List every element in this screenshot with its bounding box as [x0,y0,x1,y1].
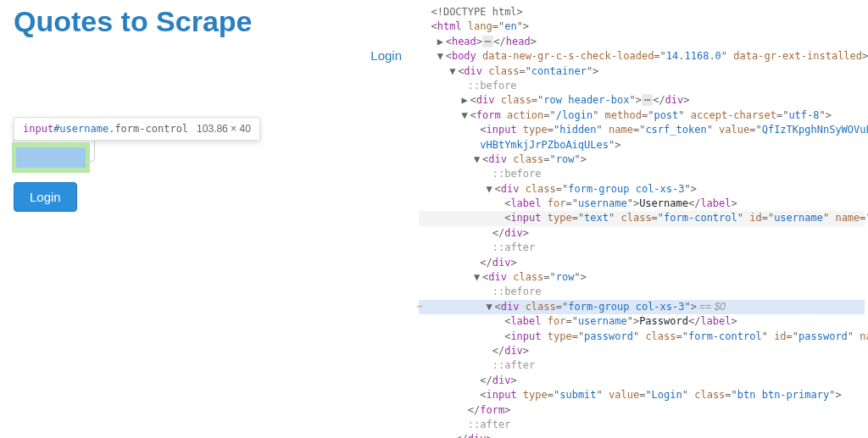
dom-formgroup2-selected[interactable]: ⋯ ▼<div class="form-group col-xs-3"> == … [419,300,865,314]
dom-after-3[interactable]: ::after [419,418,865,432]
dom-header-box[interactable]: ▶<div class="row header-box">⋯</div> [419,93,865,108]
dom-container-close[interactable]: </div> [419,432,865,438]
devtools-elements-panel[interactable]: <!DOCTYPE html> <html lang="en"> ▶<head>… [415,0,868,438]
dom-row2-close[interactable]: </div> [419,374,865,388]
dom-formgroup1-open[interactable]: ▼<div class="form-group col-xs-3"> [419,182,865,197]
login-button[interactable]: Login [14,182,77,212]
dom-before-3[interactable]: ::before [419,285,865,299]
inspector-dimensions: 103.86 × 40 [197,123,251,135]
inspector-element-selector: input#username.form-control [23,123,188,135]
dom-row1-open[interactable]: ▼<div class="row"> [419,152,865,167]
inspector-id: username [59,123,108,135]
dom-formgroup2-close[interactable]: </div> [419,344,865,358]
dom-row1-close[interactable]: </div> [419,256,865,270]
dom-submit-input[interactable]: <input type="submit" value="Login" class… [419,388,865,402]
dom-container-open[interactable]: ▼<div class="container"> [419,64,865,79]
dom-input-password[interactable]: <input type="password" class="form-contr… [419,330,865,344]
dom-html-open[interactable]: <html lang="en"> [419,19,865,34]
dom-csrf-value-cont[interactable]: vHBtYmkjJrPZboAiqULes"> [419,138,865,152]
dom-input-username[interactable]: <input type="text" class="form-control" … [419,211,865,225]
inspector-class: .form-control [108,123,188,135]
dom-head[interactable]: ▶<head>⋯</head> [419,35,865,49]
login-link-row: Login [14,48,402,64]
element-highlight-overlay [12,142,90,173]
dom-row2-open[interactable]: ▼<div class="row"> [419,270,865,285]
dom-before-1[interactable]: ::before [419,79,865,93]
dom-after-1[interactable]: ::after [419,241,865,255]
username-input-highlighted[interactable] [16,147,86,168]
dom-label-password[interactable]: <label for="username">Password</label> [419,314,865,329]
page-title: Quotes to Scrape [14,5,402,38]
dom-after-2[interactable]: ::after [419,358,865,373]
dom-body-open[interactable]: ▼<body data-new-gr-c-s-check-loaded="14.… [419,49,865,64]
dom-form-open[interactable]: ▼<form action="/login" method="post" acc… [419,108,865,123]
inspector-tag: input [23,123,53,135]
rendered-page: Quotes to Scrape Login input#username.fo… [0,0,415,438]
dom-formgroup1-close[interactable]: </div> [419,226,865,241]
dom-doctype[interactable]: <!DOCTYPE html> [419,5,865,19]
inspector-tooltip: input#username.form-control 103.86 × 40 [14,117,260,141]
dom-csrf-input[interactable]: <input type="hidden" name="csrf_token" v… [419,123,865,137]
dom-form-close[interactable]: </form> [419,403,865,418]
login-link[interactable]: Login [370,48,402,63]
more-actions-icon[interactable]: ⋯ [417,300,423,313]
dom-before-2[interactable]: ::before [419,167,865,181]
dom-label-username[interactable]: <label for="username">Username</label> [419,197,865,211]
